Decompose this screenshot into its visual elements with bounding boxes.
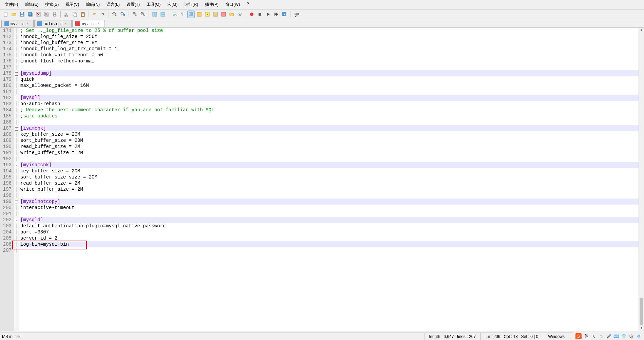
play-macro-button[interactable] — [264, 11, 272, 18]
doc-list-button[interactable] — [212, 11, 219, 18]
spellcheck-button[interactable]: ABC — [292, 11, 300, 18]
indent-guide-button[interactable] — [187, 11, 195, 18]
stop-macro-button[interactable] — [256, 11, 264, 18]
sync-hscroll-button[interactable] — [159, 11, 167, 18]
code-line[interactable]: port =3307 — [20, 229, 644, 235]
menu-view[interactable]: 视图(V) — [63, 1, 82, 8]
zoom-out-button[interactable] — [139, 11, 147, 18]
copy-button[interactable] — [71, 11, 78, 18]
paste-button[interactable] — [79, 11, 87, 18]
code-line[interactable]: [mysqlhotcopy] — [20, 199, 644, 205]
close-icon[interactable]: ✕ — [26, 22, 31, 26]
scrollbar-thumb[interactable] — [640, 298, 643, 325]
tab-my-ini-1[interactable]: my.ini ✕ — [1, 20, 34, 27]
code-line[interactable]: max_allowed_packet = 16M — [20, 82, 644, 89]
record-macro-button[interactable] — [248, 11, 255, 18]
undo-button[interactable] — [91, 11, 98, 18]
save-macro-button[interactable] — [281, 11, 288, 18]
menu-edit[interactable]: 编辑(E) — [22, 1, 41, 8]
code-line[interactable]: ; Set .._log_file_size to 25 % of buffer… — [20, 27, 644, 34]
code-content[interactable]: ; Set .._log_file_size to 25 % of buffer… — [19, 27, 644, 331]
scroll-down-arrow[interactable]: ▼ — [639, 325, 644, 331]
show-all-chars-button[interactable]: ¶ — [179, 11, 187, 18]
menu-encoding[interactable]: 编码(N) — [83, 1, 102, 8]
redo-button[interactable] — [99, 11, 107, 18]
menu-settings[interactable]: 设置(T) — [124, 1, 143, 8]
close-icon[interactable]: ✕ — [98, 22, 102, 26]
code-line[interactable]: write_buffer_size = 2M — [20, 150, 644, 156]
code-line[interactable] — [20, 119, 644, 125]
code-line[interactable]: default_authentication_plugin=mysql_nati… — [20, 223, 644, 229]
tab-auto-cnf[interactable]: auto.cnf ✕ — [34, 20, 72, 27]
code-line[interactable] — [20, 156, 644, 162]
code-line[interactable]: sort_buffer_size_size = 20M — [20, 174, 644, 180]
code-line[interactable]: [isamchk] — [20, 125, 644, 131]
code-line[interactable]: ;safe-updates — [20, 113, 644, 119]
code-line[interactable]: key_buffer_size = 20M — [20, 168, 644, 174]
menu-plugins[interactable]: 插件(P) — [202, 1, 221, 8]
monitor-button[interactable] — [236, 11, 244, 18]
code-line[interactable]: no-auto-rehash — [20, 101, 644, 107]
code-editor[interactable]: 1711721731741751761771781791801811821831… — [0, 27, 644, 331]
open-file-button[interactable] — [10, 11, 18, 18]
print-button[interactable] — [51, 11, 58, 18]
close-icon[interactable]: ✕ — [64, 22, 69, 26]
code-line[interactable]: ; Remove the next comment character if y… — [20, 107, 644, 113]
menu-tools[interactable]: 工具(O) — [144, 1, 163, 8]
code-line[interactable] — [20, 192, 644, 199]
cut-button[interactable] — [63, 11, 70, 18]
code-line[interactable]: innodb_lock_wait_timeout = 50 — [20, 52, 644, 58]
wordwrap-button[interactable] — [171, 11, 178, 18]
code-line[interactable] — [20, 211, 644, 217]
scroll-up-arrow[interactable]: ▲ — [639, 27, 644, 33]
save-all-button[interactable] — [26, 11, 34, 18]
code-line[interactable]: [mysqldump] — [20, 70, 644, 76]
replace-button[interactable] — [119, 11, 127, 18]
menu-file[interactable]: 文件(F) — [2, 1, 21, 8]
code-line[interactable]: innodb_log_file_size = 256M — [20, 34, 644, 40]
play-multi-button[interactable] — [272, 11, 280, 18]
code-line[interactable]: quick — [20, 76, 644, 82]
code-line[interactable]: read_buffer_size = 2M — [20, 180, 644, 186]
code-line[interactable]: innodb_flush_log_at_trx_commit = 1 — [20, 46, 644, 52]
menu-window[interactable]: 窗口(W) — [223, 1, 243, 8]
code-line[interactable] — [20, 247, 644, 253]
close-button[interactable] — [35, 11, 42, 18]
tab-my-ini-2[interactable]: my.ini ✕ — [72, 20, 105, 27]
code-line[interactable] — [20, 89, 644, 95]
code-line[interactable]: innodb_log_buffer_size = 8M — [20, 40, 644, 46]
doc-map-button[interactable] — [204, 11, 211, 18]
code-line[interactable]: [mysqld] — [20, 217, 644, 223]
code-line[interactable]: read_buffer_size = 2M — [20, 144, 644, 150]
menu-language[interactable]: 语言(L) — [104, 1, 122, 8]
zoom-in-button[interactable] — [131, 11, 138, 18]
code-line[interactable]: log-bin=mysql-bin — [20, 241, 644, 247]
udl-button[interactable] — [195, 11, 203, 18]
close-all-button[interactable] — [43, 11, 50, 18]
code-line[interactable]: innodb_flush_method=normal — [20, 58, 644, 64]
fold-toggle[interactable]: − — [15, 72, 18, 76]
find-button[interactable] — [111, 11, 118, 18]
code-line[interactable]: sort_buffer_size = 20M — [20, 137, 644, 144]
code-line[interactable]: write_buffer_size = 2M — [20, 186, 644, 192]
fold-toggle[interactable]: − — [15, 97, 18, 100]
code-line[interactable]: server-id = 2 — [20, 235, 644, 241]
fold-toggle[interactable]: − — [15, 164, 18, 167]
folder-workspace-button[interactable] — [228, 11, 235, 18]
code-line[interactable]: key_buffer_size = 20M — [20, 131, 644, 137]
vertical-scrollbar[interactable]: ▲ ▼ — [639, 27, 644, 331]
fold-toggle[interactable]: − — [15, 201, 18, 204]
code-line[interactable]: [mysql] — [20, 95, 644, 101]
function-list-button[interactable] — [220, 11, 227, 18]
code-line[interactable]: interactive-timeout — [20, 205, 644, 211]
fold-toggle[interactable]: − — [15, 127, 18, 131]
sync-vscroll-button[interactable] — [151, 11, 158, 18]
save-button[interactable] — [18, 11, 26, 18]
new-file-button[interactable] — [2, 11, 10, 18]
menu-search[interactable]: 搜索(S) — [42, 1, 61, 8]
code-line[interactable]: [myisamchk] — [20, 162, 644, 168]
fold-toggle[interactable]: − — [15, 219, 18, 222]
code-line[interactable] — [20, 64, 644, 70]
menu-macro[interactable]: 宏(M) — [165, 1, 180, 8]
menu-run[interactable]: 运行(R) — [182, 1, 201, 8]
